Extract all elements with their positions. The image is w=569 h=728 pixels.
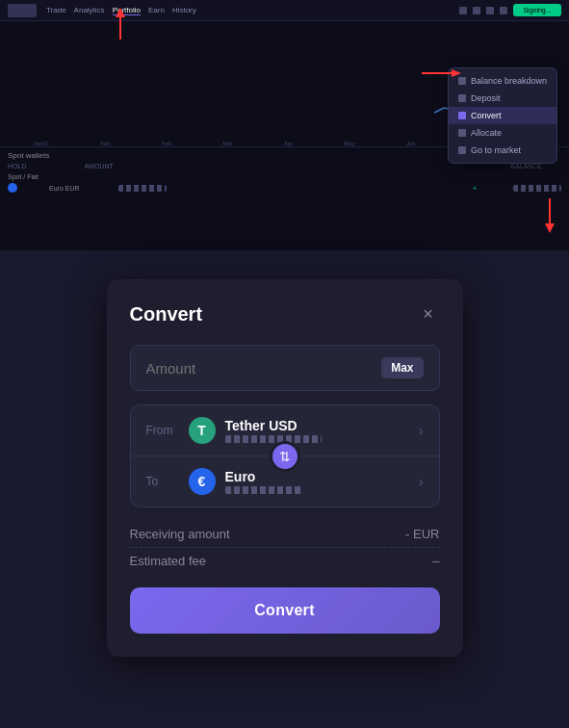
nav-icon-3 <box>486 7 494 14</box>
to-chevron-icon: › <box>419 474 424 489</box>
top-nav: Trade Analytics Portfolio Earn History S… <box>0 0 569 21</box>
to-label: To <box>146 475 177 488</box>
market-icon <box>458 146 466 154</box>
from-chevron-icon: › <box>419 423 424 438</box>
row-euro-amount <box>118 185 167 192</box>
estimated-fee-row: Estimated fee – <box>130 548 440 574</box>
signing-button[interactable]: Signing... <box>513 4 561 16</box>
row-euro-label: Euro EUR <box>49 185 80 192</box>
modal-header: Convert × <box>130 302 440 325</box>
arrow-right-indicator <box>417 64 465 87</box>
menu-convert[interactable]: Convert <box>449 107 556 124</box>
nav-right: Signing... <box>459 4 561 16</box>
receiving-amount-row: Receiving amount - EUR <box>130 521 440 548</box>
convert-button[interactable]: Convert <box>130 587 440 634</box>
nav-item-analytics[interactable]: Analytics <box>74 6 105 15</box>
allocate-icon <box>458 129 466 137</box>
convert-modal: Convert × Max From T Tether USD <box>107 279 463 657</box>
nav-logo <box>8 4 37 17</box>
max-button[interactable]: Max <box>381 357 423 378</box>
svg-marker-5 <box>545 223 555 233</box>
col-amount: AMOUNT <box>84 163 113 169</box>
from-currency-name: Tether USD <box>225 418 322 433</box>
tether-icon: T <box>189 417 216 444</box>
receiving-amount-label: Receiving amount <box>130 527 230 541</box>
table-row-fiat: Spot / Fiat <box>8 173 561 180</box>
to-currency-text: Euro <box>225 469 302 494</box>
nav-icon-2 <box>473 7 480 14</box>
convert-icon <box>458 112 466 119</box>
to-currency-info: € Euro <box>189 468 407 495</box>
col-hold: HOLD <box>8 163 26 169</box>
swap-button-container: ⇅ <box>270 441 300 472</box>
deposit-icon <box>458 94 466 102</box>
from-currency-text: Tether USD <box>225 418 322 443</box>
nav-item-trade[interactable]: Trade <box>46 6 66 15</box>
nav-icon-1 <box>459 7 467 14</box>
svg-marker-3 <box>452 69 461 77</box>
svg-marker-1 <box>116 8 125 17</box>
amount-input[interactable] <box>146 360 382 377</box>
to-currency-balance <box>225 486 302 494</box>
nav-item-history[interactable]: History <box>172 6 196 15</box>
col-balance: BALANCE <box>510 163 542 169</box>
screenshot-section: Trade Analytics Portfolio Earn History S… <box>0 0 569 250</box>
menu-allocate[interactable]: Allocate <box>449 124 556 142</box>
table-header: HOLD AMOUNT BALANCE <box>8 163 561 169</box>
amount-input-container: Max <box>130 345 440 391</box>
menu-deposit[interactable]: Deposit <box>449 90 556 107</box>
from-label: From <box>146 424 177 437</box>
receiving-amount-value: - EUR <box>405 527 439 541</box>
modal-close-button[interactable]: × <box>417 302 440 325</box>
row-euro-change: + <box>473 185 477 192</box>
arrow-top-indicator <box>101 6 140 48</box>
arrow-bottom-right-indicator <box>535 196 564 239</box>
table-row-euro: Euro EUR + <box>8 183 561 193</box>
row-spot-fiat: Spot / Fiat <box>8 173 39 180</box>
euro-icon: € <box>189 468 216 495</box>
modal-title: Convert <box>130 303 203 325</box>
conversion-section: From T Tether USD › ⇅ To <box>130 404 440 507</box>
estimated-fee-value: – <box>432 554 439 568</box>
nav-item-earn[interactable]: Earn <box>148 6 165 15</box>
nav-icon-4 <box>500 7 507 14</box>
row-euro-value <box>513 185 561 192</box>
swap-button[interactable]: ⇅ <box>270 441 300 472</box>
modal-backdrop: Convert × Max From T Tether USD <box>0 279 569 657</box>
menu-go-to-market[interactable]: Go to market <box>449 142 556 159</box>
estimated-fee-label: Estimated fee <box>130 554 207 568</box>
separator <box>0 250 569 279</box>
info-section: Receiving amount - EUR Estimated fee – <box>130 521 440 574</box>
